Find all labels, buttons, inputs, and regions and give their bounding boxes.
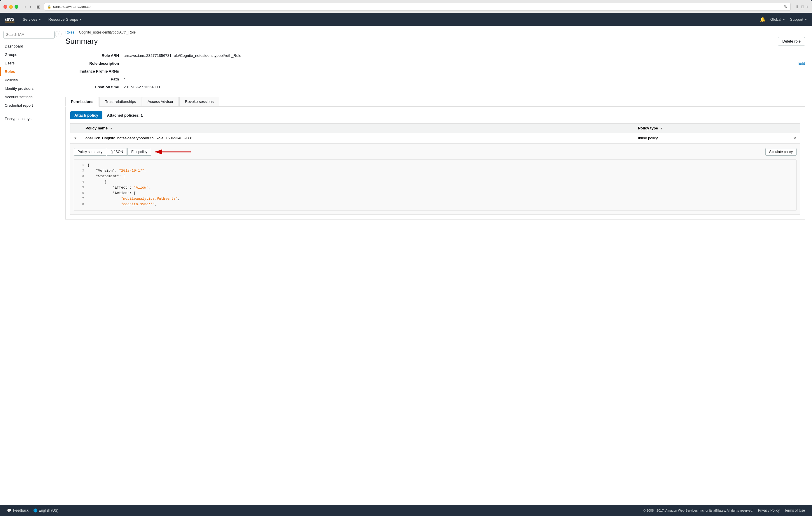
edit-policy-tab[interactable]: Edit policy: [127, 148, 151, 156]
new-tab-button[interactable]: □: [801, 4, 804, 9]
tab-access-advisor[interactable]: Access Advisor: [142, 97, 179, 106]
breadcrumb-parent-link[interactable]: Roles: [65, 30, 75, 34]
minimize-dot[interactable]: [9, 5, 13, 9]
page-title: Summary: [65, 37, 98, 46]
json-code-line: 8 "cognito-sync:*",: [77, 202, 793, 207]
sidebar-dashboard-label: Dashboard: [5, 44, 23, 49]
add-tab-button[interactable]: +: [806, 4, 809, 9]
policy-detail-row: Policy summary {} JSON Edit policy: [70, 144, 800, 215]
feedback-button[interactable]: 💬 Feedback: [7, 509, 29, 513]
td-remove-cell[interactable]: ✕: [789, 133, 800, 144]
global-label: Global: [770, 17, 781, 22]
td-expand-cell[interactable]: ▼: [70, 133, 82, 144]
edit-description-link[interactable]: Edit: [799, 61, 805, 66]
remove-policy-icon[interactable]: ✕: [793, 136, 796, 141]
sidebar-account-settings-label: Account settings: [5, 95, 32, 99]
maximize-dot[interactable]: [14, 5, 18, 9]
back-button[interactable]: ‹: [23, 4, 27, 10]
policy-detail-cell: Policy summary {} JSON Edit policy: [70, 144, 800, 215]
terms-of-use-link[interactable]: Terms of Use: [784, 509, 805, 513]
aws-logo-text: aws: [5, 16, 14, 22]
json-code-line: 5 "Effect": "Allow",: [77, 185, 793, 191]
footer: 💬 Feedback 🌐 English (US) © 2008 - 2017,…: [0, 505, 812, 516]
main-content: Roles › Cognito_notesidentitypoolAuth_Ro…: [58, 26, 812, 505]
feedback-icon: 💬: [7, 509, 11, 513]
global-chevron-icon: ▼: [783, 18, 785, 21]
resource-groups-nav-item[interactable]: Resource Groups ▼: [47, 13, 83, 26]
instance-profile-label: Instance Profile ARNs: [65, 69, 124, 73]
sidebar-item-roles[interactable]: Roles: [0, 67, 58, 76]
th-expand: [70, 124, 82, 133]
json-tab[interactable]: {} JSON: [107, 148, 127, 156]
resource-groups-label: Resource Groups: [49, 17, 78, 22]
policy-summary-tab[interactable]: Policy summary: [74, 148, 106, 156]
simulate-policy-button[interactable]: Simulate policy: [765, 148, 796, 156]
tab-revoke-sessions-label: Revoke sessions: [185, 99, 213, 104]
forward-button[interactable]: ›: [29, 4, 33, 10]
globe-icon: 🌐: [33, 509, 38, 513]
language-label: English (US): [39, 509, 58, 513]
creation-time-value: 2017-09-27 13:54 EDT: [124, 85, 805, 89]
summary-row-path: Path /: [65, 75, 805, 83]
reload-icon[interactable]: ↻: [784, 4, 787, 9]
json-code-line: 4 {: [77, 180, 793, 185]
resource-groups-chevron-icon: ▼: [79, 18, 82, 21]
breadcrumb-current: Cognito_notesidentitypoolAuth_Role: [79, 30, 136, 34]
sidebar-item-users[interactable]: Users: [0, 59, 58, 67]
aws-navigation: aws Services ▼ Resource Groups ▼ 🔔 Globa…: [0, 13, 812, 26]
page-header: Summary Delete role: [65, 37, 805, 46]
role-arn-value: arn:aws:iam::232771856781:role/Cognito_n…: [124, 53, 805, 58]
delete-role-button[interactable]: Delete role: [778, 37, 805, 45]
tab-trust-relationships[interactable]: Trust relationships: [99, 97, 141, 106]
th-policy-name[interactable]: Policy name ▼: [82, 124, 634, 133]
attach-policy-button[interactable]: Attach policy: [70, 111, 103, 119]
close-dot[interactable]: [3, 5, 7, 9]
share-button[interactable]: ⬆: [795, 4, 799, 9]
json-code-view: 1{2 "Version": "2012-10-17",3 "Statement…: [74, 159, 796, 211]
policy-sub-tabs: Policy summary {} JSON Edit policy: [74, 147, 796, 156]
global-region-selector[interactable]: Global ▼: [770, 17, 785, 22]
role-description-value: [124, 61, 799, 66]
address-bar[interactable]: 🔒 console.aws.amazon.com ↻: [44, 3, 791, 10]
sidebar-policies-label: Policies: [5, 78, 18, 82]
reader-button[interactable]: ▣: [35, 4, 42, 10]
search-iam-input[interactable]: [3, 31, 55, 38]
path-label: Path: [65, 77, 124, 81]
sidebar-item-policies[interactable]: Policies: [0, 76, 58, 84]
services-nav-item[interactable]: Services ▼: [22, 13, 42, 26]
td-policy-name-cell: oneClick_Cognito_notesidentitypoolAuth_R…: [82, 133, 634, 144]
table-header-row: Policy name ▼ Policy type ▼: [70, 124, 800, 133]
support-chevron-icon: ▼: [805, 18, 807, 21]
tab-revoke-sessions[interactable]: Revoke sessions: [179, 97, 219, 106]
sidebar-item-identity-providers[interactable]: Identity providers: [0, 84, 58, 93]
lock-icon: 🔒: [47, 5, 51, 9]
sidebar-toggle-button[interactable]: ‹: [55, 31, 62, 37]
attached-policies-count: Attached policies: 1: [107, 113, 143, 118]
expand-row-icon[interactable]: ▼: [74, 136, 77, 140]
sort-policy-type-icon: ▼: [660, 127, 663, 130]
summary-row-arn: Role ARN arn:aws:iam::232771856781:role/…: [65, 52, 805, 59]
tab-permissions[interactable]: Permissions: [65, 97, 99, 107]
sidebar-item-encryption-keys[interactable]: Encryption keys: [0, 115, 58, 123]
aws-logo[interactable]: aws: [5, 16, 14, 23]
tabs-bar: Permissions Trust relationships Access A…: [65, 97, 805, 107]
sidebar-encryption-keys-label: Encryption keys: [5, 117, 31, 121]
permissions-header: Attach policy Attached policies: 1: [70, 111, 800, 119]
sidebar-item-groups[interactable]: Groups: [0, 51, 58, 59]
sidebar-item-account-settings[interactable]: Account settings: [0, 93, 58, 101]
aws-logo-bar: [5, 22, 14, 23]
th-policy-type[interactable]: Policy type ▼: [634, 124, 789, 133]
sidebar: ‹ Dashboard Groups Users Roles Policies …: [0, 26, 58, 505]
notifications-bell-icon[interactable]: 🔔: [760, 17, 765, 22]
services-label: Services: [23, 17, 37, 22]
summary-table: Role ARN arn:aws:iam::232771856781:role/…: [65, 52, 805, 91]
sidebar-item-credential-report[interactable]: Credential report: [0, 101, 58, 110]
support-menu[interactable]: Support ▼: [790, 17, 807, 22]
sidebar-item-dashboard[interactable]: Dashboard: [0, 42, 58, 51]
privacy-policy-link[interactable]: Privacy Policy: [758, 509, 780, 513]
table-row: ▼ oneClick_Cognito_notesidentitypoolAuth…: [70, 133, 800, 144]
role-description-label: Role description: [65, 61, 124, 66]
language-selector[interactable]: 🌐 English (US): [33, 509, 58, 513]
sidebar-groups-label: Groups: [5, 53, 17, 57]
sidebar-roles-label: Roles: [5, 69, 15, 74]
